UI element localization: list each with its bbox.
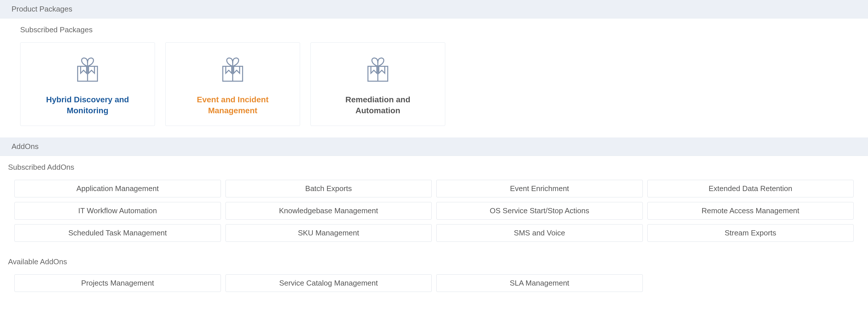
- addon-pill[interactable]: Extended Data Retention: [647, 180, 854, 197]
- addon-pill[interactable]: Event Enrichment: [436, 180, 643, 197]
- package-card-event-incident[interactable]: Event and Incident Management: [165, 42, 300, 126]
- gift-icon: [217, 53, 249, 86]
- addon-pill[interactable]: Batch Exports: [225, 180, 432, 197]
- subscribed-addons-grid: Application Management Batch Exports Eve…: [0, 172, 868, 245]
- addon-pill[interactable]: SKU Management: [225, 224, 432, 242]
- addon-pill[interactable]: Scheduled Task Management: [14, 224, 221, 242]
- addon-pill[interactable]: IT Workflow Automation: [14, 202, 221, 220]
- addon-pill[interactable]: Stream Exports: [647, 224, 854, 242]
- package-title: Remediation and Automation: [326, 94, 430, 116]
- addons-header: AddOns: [0, 138, 868, 156]
- gift-icon: [362, 53, 394, 86]
- addon-pill[interactable]: Projects Management: [14, 274, 221, 292]
- subscribed-addons-label: Subscribed AddOns: [0, 156, 868, 172]
- addon-pill[interactable]: Knowledgebase Management: [225, 202, 432, 220]
- available-addons-label: Available AddOns: [0, 250, 868, 266]
- addon-pill[interactable]: SLA Management: [436, 274, 643, 292]
- addon-pill[interactable]: SMS and Voice: [436, 224, 643, 242]
- product-packages-header: Product Packages: [0, 0, 868, 19]
- package-card-hybrid-discovery[interactable]: Hybrid Discovery and Monitoring: [20, 42, 155, 126]
- gift-icon: [72, 53, 103, 86]
- package-title: Event and Incident Management: [181, 94, 284, 116]
- package-title: Hybrid Discovery and Monitoring: [36, 94, 140, 116]
- addon-pill[interactable]: Service Catalog Management: [225, 274, 432, 292]
- subscribed-packages-label: Subscribed Packages: [0, 19, 868, 34]
- available-addons-grid: Projects Management Service Catalog Mana…: [0, 266, 868, 295]
- addon-pill[interactable]: OS Service Start/Stop Actions: [436, 202, 643, 220]
- package-card-remediation[interactable]: Remediation and Automation: [310, 42, 445, 126]
- package-row: Hybrid Discovery and Monitoring Event an…: [0, 34, 868, 138]
- addon-pill[interactable]: Application Management: [14, 180, 221, 197]
- addon-pill[interactable]: Remote Access Management: [647, 202, 854, 220]
